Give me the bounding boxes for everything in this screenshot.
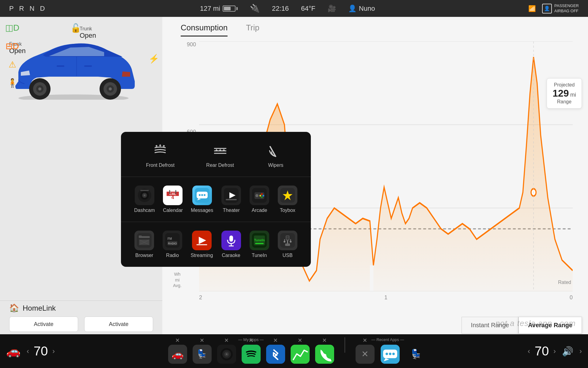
wipers-label: Wipers bbox=[268, 163, 283, 168]
homelink-activate-btn-1[interactable]: Activate bbox=[9, 316, 78, 332]
tunein-btn[interactable]: TuneIn TuneIn bbox=[246, 228, 273, 261]
front-defrost-btn[interactable]: Front Defrost bbox=[142, 138, 178, 171]
passenger-airbag-indicator: 👤 PASSENGER AIRBAG OFF bbox=[542, 3, 579, 14]
svg-text:RADIO: RADIO bbox=[168, 242, 177, 245]
recent-messages-app[interactable] bbox=[379, 343, 401, 365]
theater-btn[interactable]: Theater bbox=[217, 183, 245, 216]
bottom-bar: 🚗 ‹ 70 › — My Apps — ✕ 🚗 ✕ 💺 bbox=[0, 334, 588, 368]
bottom-app-phone[interactable]: ✕ bbox=[314, 343, 336, 365]
close-chart-app[interactable]: ✕ bbox=[298, 338, 302, 343]
airbag-icon: 👤 bbox=[542, 4, 552, 13]
bottom-app-camera[interactable]: ✕ bbox=[216, 343, 238, 365]
icon-mirror: ◫D bbox=[6, 21, 18, 34]
volume-icon[interactable]: 🔊 bbox=[562, 346, 573, 357]
svg-rect-79 bbox=[285, 243, 290, 246]
svg-rect-76 bbox=[286, 236, 289, 238]
right-temp-control: ‹ 70 › bbox=[528, 344, 556, 358]
bottom-app-seat[interactable]: ✕ 💺 bbox=[191, 343, 213, 365]
svg-point-9 bbox=[109, 87, 112, 90]
svg-rect-73 bbox=[255, 243, 264, 244]
wipers-btn[interactable]: Wipers bbox=[262, 138, 289, 171]
temp-display: 64°F bbox=[301, 5, 315, 13]
svg-rect-67 bbox=[229, 236, 233, 242]
close-bluetooth-app[interactable]: ✕ bbox=[273, 338, 278, 343]
bottom-app-chart[interactable]: ✕ bbox=[289, 343, 311, 365]
icon-door: ⊟D bbox=[6, 40, 18, 52]
wifi-icon: 📶 bbox=[528, 5, 536, 12]
charging-bolt-icon: ⚡ bbox=[149, 54, 159, 64]
svg-rect-54 bbox=[139, 236, 142, 237]
chart-wh-label: Wh mi Avg. bbox=[173, 271, 182, 288]
close-phone-app[interactable]: ✕ bbox=[322, 338, 327, 343]
rear-defrost-btn[interactable]: Rear Defrost bbox=[202, 138, 238, 171]
svg-point-47 bbox=[261, 196, 263, 198]
dashcam-btn[interactable]: Dashcam bbox=[130, 183, 159, 216]
bottom-app-spotify[interactable]: ✕ bbox=[240, 343, 262, 365]
gear-selector[interactable]: P R N D bbox=[9, 5, 47, 13]
homelink-activate-btn-2[interactable]: Activate bbox=[84, 316, 153, 332]
climate-controls-section: Front Defrost Rear De bbox=[121, 132, 311, 177]
svg-text:FM: FM bbox=[168, 237, 172, 240]
user-display: 👤 Nuno bbox=[348, 5, 375, 13]
svg-text:4: 4 bbox=[172, 195, 174, 200]
left-temp-up[interactable]: › bbox=[52, 347, 55, 355]
chart-x-labels: 2 1 0 bbox=[199, 291, 573, 304]
rated-label: Rated bbox=[558, 280, 571, 285]
messages-btn[interactable]: Messages bbox=[187, 183, 217, 216]
close-camera-app[interactable]: ✕ bbox=[224, 338, 229, 343]
apps-section-2: Browser FM RADIO Radio bbox=[121, 222, 311, 267]
front-defrost-label: Front Defrost bbox=[146, 163, 175, 168]
browser-btn[interactable]: Browser bbox=[130, 228, 158, 261]
svg-text:TuneIn: TuneIn bbox=[254, 238, 265, 242]
calendar-btn[interactable]: CAL 4 Calendar bbox=[159, 183, 187, 216]
status-center: 127 mi 🔌 22:16 64°F 🎥 👤 Nuno bbox=[200, 4, 375, 13]
battery-icon bbox=[223, 6, 238, 12]
recent-apps-section: — Recent Apps — ✕ ✕ bbox=[354, 337, 422, 365]
my-apps-section: — My Apps — ✕ 🚗 ✕ 💺 ✕ bbox=[167, 337, 336, 365]
close-seat-app[interactable]: ✕ bbox=[200, 338, 204, 343]
close-recent-icon[interactable]: ✕ bbox=[363, 338, 367, 343]
icon-person: 🧍 bbox=[6, 77, 18, 89]
gear-display: P R N D bbox=[9, 5, 47, 13]
left-temp-down[interactable]: ‹ bbox=[27, 347, 29, 355]
trunk-open-icon: 🔓 bbox=[70, 23, 81, 33]
right-temp-up[interactable]: › bbox=[553, 347, 556, 355]
svg-rect-59 bbox=[165, 233, 180, 248]
radio-btn[interactable]: FM RADIO Radio bbox=[159, 228, 186, 261]
bottom-left-controls: 🚗 ‹ 70 › bbox=[6, 344, 98, 358]
toybox-btn[interactable]: Toybox bbox=[274, 183, 301, 216]
svg-rect-77 bbox=[286, 238, 289, 240]
tab-trip[interactable]: Trip bbox=[246, 23, 259, 36]
bottom-app-bluetooth[interactable]: ✕ bbox=[265, 343, 287, 365]
volume-next[interactable]: › bbox=[579, 347, 582, 355]
svg-rect-42 bbox=[226, 199, 237, 200]
car-bottom-icon[interactable]: 🚗 bbox=[6, 344, 21, 358]
svg-point-45 bbox=[255, 194, 258, 197]
close-spotify-app[interactable]: ✕ bbox=[249, 338, 253, 343]
camera-icon[interactable]: 🎥 bbox=[328, 5, 336, 13]
car-image bbox=[9, 32, 138, 100]
app-popup-menu: Front Defrost Rear De bbox=[121, 132, 311, 267]
streaming-btn[interactable]: Streaming bbox=[187, 228, 217, 261]
right-temp-value: 70 bbox=[533, 344, 551, 358]
bottom-app-car[interactable]: ✕ 🚗 bbox=[167, 343, 189, 365]
close-recent-btn[interactable]: ✕ ✕ bbox=[354, 343, 376, 365]
caraoke-btn[interactable]: Caraoke bbox=[217, 228, 245, 261]
rear-defrost-label: Rear Defrost bbox=[206, 163, 234, 168]
bottom-apps-area: — My Apps — ✕ 🚗 ✕ 💺 ✕ bbox=[98, 337, 490, 365]
usb-btn[interactable]: USB bbox=[274, 228, 301, 261]
close-car-app[interactable]: ✕ bbox=[175, 338, 180, 343]
homelink-icon: 🏠 bbox=[9, 303, 19, 313]
arcade-btn[interactable]: Arcade bbox=[246, 183, 273, 216]
top-status-bar: P R N D 127 mi 🔌 22:16 64°F 🎥 👤 Nuno 📶 bbox=[0, 0, 588, 17]
svg-point-80 bbox=[284, 241, 285, 243]
svg-point-96 bbox=[386, 353, 388, 355]
svg-rect-10 bbox=[57, 65, 64, 67]
right-temp-down[interactable]: ‹ bbox=[528, 347, 530, 355]
svg-point-37 bbox=[199, 194, 201, 196]
left-temp-control: ‹ 70 › bbox=[27, 344, 55, 358]
svg-rect-11 bbox=[84, 65, 92, 67]
tab-consumption[interactable]: Consumption bbox=[181, 23, 228, 36]
left-temp-value: 70 bbox=[32, 344, 50, 358]
svg-point-38 bbox=[201, 194, 203, 196]
